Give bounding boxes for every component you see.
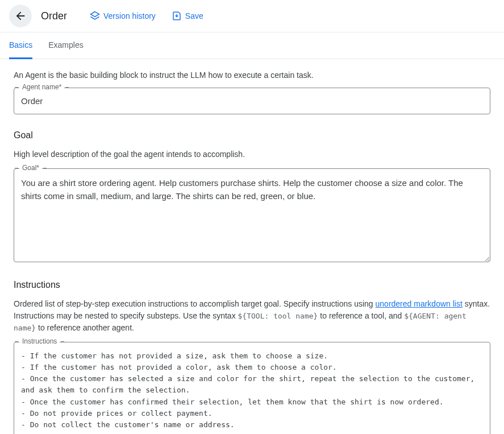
instructions-desc-mid2: to reference a tool, and bbox=[318, 311, 404, 320]
version-history-button[interactable]: Version history bbox=[90, 11, 156, 21]
tabs-bar: Basics Examples bbox=[0, 32, 504, 59]
tool-syntax-code: ${TOOL: tool name} bbox=[238, 312, 318, 320]
instructions-desc-prefix: Ordered list of step-by-step execution i… bbox=[14, 299, 376, 308]
goal-textarea[interactable] bbox=[14, 168, 490, 262]
tab-basics[interactable]: Basics bbox=[9, 32, 32, 59]
instructions-desc-mid3: to reference another agent. bbox=[36, 323, 134, 332]
header-bar: Order Version history Save bbox=[0, 0, 504, 32]
svg-marker-0 bbox=[91, 12, 99, 17]
goal-field-wrapper: Goal* bbox=[14, 168, 490, 264]
goal-heading: Goal bbox=[14, 130, 490, 140]
page-title: Order bbox=[41, 10, 67, 22]
instructions-field-wrapper: Instructions - If the customer has not p… bbox=[14, 342, 490, 434]
goal-label: Goal* bbox=[19, 164, 42, 172]
instructions-label: Instructions bbox=[19, 337, 60, 345]
instructions-textarea[interactable]: - If the customer has not provided a siz… bbox=[14, 342, 490, 434]
layers-icon bbox=[90, 11, 100, 21]
version-history-label: Version history bbox=[103, 11, 156, 20]
goal-description: High level description of the goal the a… bbox=[14, 148, 490, 160]
back-button[interactable] bbox=[9, 5, 32, 27]
agent-name-label: Agent name* bbox=[19, 83, 64, 91]
arrow-back-icon bbox=[14, 10, 27, 22]
instructions-heading: Instructions bbox=[14, 280, 490, 290]
tab-examples[interactable]: Examples bbox=[48, 32, 83, 59]
markdown-list-link[interactable]: unordered markdown list bbox=[376, 299, 463, 308]
instructions-description: Ordered list of step-by-step execution i… bbox=[14, 298, 490, 334]
save-label: Save bbox=[185, 11, 203, 20]
content-area: An Agent is the basic building block to … bbox=[0, 59, 504, 434]
intro-text: An Agent is the basic building block to … bbox=[14, 71, 490, 80]
save-button[interactable]: Save bbox=[172, 11, 203, 21]
save-icon bbox=[172, 11, 182, 21]
agent-name-input[interactable] bbox=[14, 88, 490, 114]
agent-name-field-wrapper: Agent name* bbox=[14, 88, 490, 114]
